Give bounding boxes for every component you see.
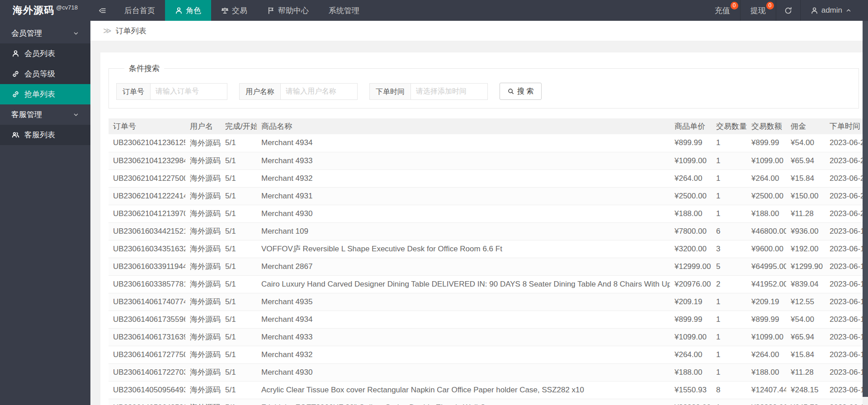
table-cell: 海外源码 <box>185 134 221 152</box>
recharge-button[interactable]: 充值 0 <box>705 0 740 21</box>
table-cell: UB2306160343516327 <box>108 240 185 258</box>
order-time-input[interactable] <box>411 83 488 100</box>
nav-item-label: 交易 <box>232 5 247 16</box>
username: admin <box>821 6 842 15</box>
nav-item-label: 系统管理 <box>329 5 359 16</box>
username-field-group: 用户名称 <box>239 83 358 100</box>
nav-item-dashboard[interactable]: 后台首页 <box>114 0 165 21</box>
nav-item-trade[interactable]: 交易 <box>211 0 257 21</box>
table-cell: ¥2500.00 <box>670 187 712 205</box>
table-row: UB2306210412224148海外源码5/1Merchant 4931¥2… <box>108 187 868 205</box>
table-row: UB2306140617407740海外源码5/1Merchant 4935¥2… <box>108 293 868 311</box>
sidebar-item-customer-service-list[interactable]: 客服列表 <box>0 125 90 145</box>
scrollbar-thumb[interactable] <box>863 21 868 397</box>
table-cell: 海外源码 <box>185 399 221 405</box>
table-row: UB2306140617316399海外源码5/1Merchant 4933¥1… <box>108 328 868 346</box>
link-icon <box>12 70 19 78</box>
order-time-label: 下单时间 <box>369 83 411 100</box>
table-cell: 2023-06-14 06: <box>825 346 868 363</box>
table-cell: UB2306210412139708 <box>108 205 185 222</box>
sidebar-item-member-list[interactable]: 会员列表 <box>0 43 90 64</box>
table-cell: ¥264.00 <box>670 346 712 363</box>
table-cell: ¥2500.00 <box>747 187 786 205</box>
group-icon <box>12 131 19 139</box>
refresh-button[interactable] <box>776 0 800 21</box>
search-legend: 条件搜索 <box>124 63 164 74</box>
table-cell: 5/1 <box>221 381 257 399</box>
table-cell: ¥32289.00 <box>747 399 786 405</box>
table-column-header: 佣金 <box>786 118 825 134</box>
table-cell: 5/1 <box>221 205 257 222</box>
table-cell: ¥15.84 <box>786 170 825 187</box>
username-input[interactable] <box>281 83 358 100</box>
sidebar-item-label: 会员列表 <box>24 48 55 59</box>
sidebar-item-order-grab-list[interactable]: 抢单列表 <box>0 84 90 104</box>
user-icon <box>12 50 19 57</box>
sidebar-collapse-button[interactable] <box>90 0 114 21</box>
sidebar-item-label: 会员等级 <box>24 69 55 79</box>
table-column-header: 下单时间 <box>825 118 868 134</box>
table-row: UB2306210412361257海外源码5/1Merchant 4934¥8… <box>108 134 868 152</box>
table-cell: 5/1 <box>221 222 257 240</box>
table-cell: 海外源码 <box>185 293 221 311</box>
table-cell: ¥209.19 <box>670 293 712 311</box>
table-cell: 2023-06-14 05: <box>825 399 868 405</box>
table-cell: 5/1 <box>221 293 257 311</box>
table-cell: VOFFOV庐 Reversible L Shape Executive Des… <box>257 240 670 258</box>
table-row: UB2306140506485938海外源码5/1Frigidaire FGET… <box>108 399 868 405</box>
page-title: 订单列表 <box>116 26 146 36</box>
nav-item-roles[interactable]: 角色 <box>165 0 211 21</box>
table-cell: ¥11.28 <box>786 205 825 222</box>
user-menu[interactable]: admin <box>800 0 862 21</box>
table-cell: 5/1 <box>221 187 257 205</box>
table-cell: 5/1 <box>221 363 257 381</box>
table-cell: ¥899.99 <box>670 134 712 152</box>
table-cell: ¥264.00 <box>747 170 786 187</box>
nav-item-help-center[interactable]: 帮助中心 <box>257 0 319 21</box>
table-cell: Merchant 109 <box>257 222 670 240</box>
table-cell: 1 <box>712 205 747 222</box>
vertical-scrollbar[interactable] <box>863 21 868 405</box>
sidebar-group-customer-service[interactable]: 客服管理 <box>0 104 90 125</box>
table-cell: ¥188.00 <box>747 363 786 381</box>
table-cell: UB2306210412275001 <box>108 170 185 187</box>
table-cell: 2023-06-16 03: <box>825 258 868 275</box>
withdraw-button[interactable]: 提现 0 <box>740 0 776 21</box>
table-cell: ¥150.00 <box>786 187 825 205</box>
orders-table: 订单号用户名完成/开始商品名称商品单价交易数量交易数额佣金下单时间 UB2306… <box>108 118 868 405</box>
table-cell: 8 <box>712 381 747 399</box>
sidebar-item-member-level[interactable]: 会员等级 <box>0 64 90 84</box>
app-logo: 海外源码 @cv718 <box>0 0 90 21</box>
table-cell: 6 <box>712 222 747 240</box>
table-cell: 1 <box>712 311 747 328</box>
table-cell: ¥936.00 <box>786 222 825 240</box>
table-cell: ¥54.00 <box>786 134 825 152</box>
table-cell: UB2306160344215213 <box>108 222 185 240</box>
table-cell: 海外源码 <box>185 328 221 346</box>
table-cell: ¥899.99 <box>747 311 786 328</box>
nav-item-system[interactable]: 系统管理 <box>319 0 369 21</box>
table-cell: 2023-06-21 04: <box>825 205 868 222</box>
table-cell: UB2306160338577812 <box>108 275 185 293</box>
table-cell: Cairo Luxury Hand Carved Designer Dining… <box>257 275 670 293</box>
table-cell: 1 <box>712 170 747 187</box>
table-cell: 2023-06-21 04: <box>825 152 868 170</box>
order-no-input[interactable] <box>151 83 227 100</box>
table-cell: UB2306140617316399 <box>108 328 185 346</box>
table-cell: 1 <box>712 293 747 311</box>
table-cell: Merchant 4934 <box>257 134 670 152</box>
search-button[interactable]: 搜 索 <box>500 83 542 100</box>
withdraw-label: 提现 <box>750 5 766 16</box>
table-cell: ¥65.94 <box>786 152 825 170</box>
sidebar-group-member-management[interactable]: 会员管理 <box>0 23 90 43</box>
table-cell: 5/1 <box>221 152 257 170</box>
table-row: UB2306140617227035海外源码5/1Merchant 4930¥1… <box>108 363 868 381</box>
refresh-icon <box>784 7 792 14</box>
collapse-menu-icon <box>99 7 106 14</box>
table-cell: 2023-06-16 03: <box>825 275 868 293</box>
table-cell: ¥192.00 <box>786 240 825 258</box>
table-cell: ¥54.00 <box>786 311 825 328</box>
table-header-row: 订单号用户名完成/开始商品名称商品单价交易数量交易数额佣金下单时间 <box>108 118 868 134</box>
navbar-right: 充值 0 提现 0 admin <box>705 0 868 21</box>
search-fieldset: 条件搜索 订单号 用户名称 下单时间 搜 索 <box>108 63 859 108</box>
